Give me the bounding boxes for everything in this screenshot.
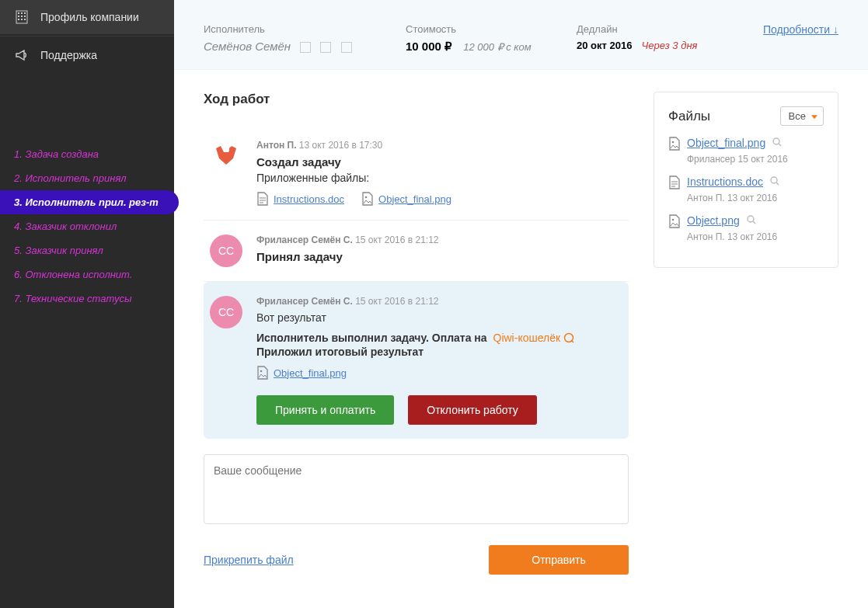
file-meta: Фрилансер 15 окт 2016 xyxy=(687,154,824,165)
feed-meta: Фрилансер Семён С. 15 окт 2016 в 21:12 xyxy=(256,235,615,245)
attachment[interactable]: Object_final.png xyxy=(361,192,451,206)
svg-rect-6 xyxy=(24,16,26,17)
task-header: Исполнитель Семёнов Семён Стоимость 10 0… xyxy=(174,0,868,70)
svg-point-16 xyxy=(771,177,777,183)
nav-company-profile[interactable]: Профиль компании xyxy=(0,0,174,34)
attachment[interactable]: Instructions.doc xyxy=(256,192,344,206)
message-input[interactable] xyxy=(204,454,629,524)
attach-link[interactable]: Object_final.png xyxy=(274,367,347,379)
megaphone-icon xyxy=(14,47,30,63)
svg-rect-2 xyxy=(21,12,23,14)
svg-point-17 xyxy=(672,219,675,221)
feed-title: Создал задачу xyxy=(256,155,615,169)
contact-icon-1[interactable] xyxy=(300,42,311,53)
image-file-icon xyxy=(361,192,374,206)
feed-meta: Антон П. 13 окт 2016 в 17:30 xyxy=(256,140,615,151)
qiwi-label: Qiwi-кошелёк xyxy=(493,332,574,344)
svg-rect-9 xyxy=(24,19,26,20)
nav-label: Профиль компании xyxy=(40,11,139,23)
step-4[interactable]: 4. Заказчик отклонил xyxy=(0,214,174,238)
feed-subtitle: Приложенные файлы: xyxy=(256,172,615,184)
contact-icon-2[interactable] xyxy=(320,42,331,53)
step-6[interactable]: 6. Отклонена исполнит. xyxy=(0,262,174,287)
feed-item-highlight: СС Фрилансер Семён С. 15 окт 2016 в 21:1… xyxy=(204,282,629,439)
svg-point-15 xyxy=(773,138,779,144)
file-meta: Антон П. 13 окт 2016 xyxy=(687,193,824,203)
details-link[interactable]: Подробности ↓ xyxy=(763,23,838,36)
doc-file-icon xyxy=(668,175,681,189)
attachment[interactable]: Object_final.png xyxy=(256,366,347,380)
composer: Прикрепить файл Отправить xyxy=(204,454,629,575)
file-link[interactable]: Object_final.png xyxy=(687,137,765,149)
svg-point-10 xyxy=(229,147,234,151)
attach-link[interactable]: Instructions.doc xyxy=(274,193,344,205)
sidebar: Профиль компании Поддержка 1. Задача соз… xyxy=(0,0,174,608)
deadline-label: Дедлайн xyxy=(577,23,698,35)
svg-point-13 xyxy=(260,370,263,373)
main: Исполнитель Семёнов Семён Стоимость 10 0… xyxy=(174,0,868,608)
feed-item: Антон П. 13 окт 2016 в 17:30 Создал зада… xyxy=(204,126,629,221)
file-link[interactable]: Object.png xyxy=(687,214,740,227)
reject-button[interactable]: Отклонить работу xyxy=(408,395,536,425)
step-7[interactable]: 7. Технические статусы xyxy=(0,287,174,311)
building-icon xyxy=(14,9,30,25)
magnifier-icon[interactable] xyxy=(769,175,780,186)
cost-value: 10 000 ₽ 12 000 ₽ с ком xyxy=(406,40,577,54)
step-5[interactable]: 5. Заказчик принял xyxy=(0,238,174,262)
file-block: Object.png Антон П. 13 окт 2016 xyxy=(668,214,824,242)
files-aside: Файлы Все Object_final.png xyxy=(654,92,838,608)
accept-button[interactable]: Принять и оплатить xyxy=(256,395,394,425)
avatar-fox xyxy=(210,140,242,172)
image-file-icon xyxy=(668,137,681,151)
file-link[interactable]: Instructions.doc xyxy=(687,175,763,188)
attach-link[interactable]: Object_final.png xyxy=(378,193,451,205)
image-file-icon xyxy=(256,366,269,380)
svg-rect-5 xyxy=(21,16,23,17)
nav-label: Поддержка xyxy=(40,49,97,61)
payment-line: Исполнитель выполнил задачу. Оплата на Q… xyxy=(256,332,615,344)
image-file-icon xyxy=(668,214,681,228)
steps-list: 1. Задача создана 2. Исполнитель принял … xyxy=(0,142,174,311)
files-filter-select[interactable]: Все xyxy=(780,106,824,126)
attach-file-link[interactable]: Прикрепить файл xyxy=(204,554,294,566)
svg-rect-1 xyxy=(18,12,19,14)
feed-text: Вот результат xyxy=(256,311,615,324)
svg-point-14 xyxy=(672,141,675,144)
aside-title: Файлы xyxy=(668,109,710,124)
svg-rect-7 xyxy=(18,19,19,20)
executor-label: Исполнитель xyxy=(204,23,406,35)
doc-file-icon xyxy=(256,192,269,206)
send-button[interactable]: Отправить xyxy=(489,545,629,575)
nav-support[interactable]: Поддержка xyxy=(0,38,174,72)
feed-column: Ход работ Антон П. 13 окт 2016 в 17:30 С… xyxy=(204,92,629,608)
avatar-initials: СС xyxy=(210,235,242,267)
feed-meta: Фрилансер Семён С. 15 окт 2016 в 21:12 xyxy=(256,296,615,307)
file-meta: Антон П. 13 окт 2016 xyxy=(687,231,824,242)
step-1[interactable]: 1. Задача создана xyxy=(0,142,174,166)
section-title: Ход работ xyxy=(204,92,629,107)
avatar-initials: СС xyxy=(210,296,242,328)
step-3[interactable]: 3. Исполнитель прил. рез-т xyxy=(0,190,179,214)
file-block: Object_final.png Фрилансер 15 окт 2016 xyxy=(668,137,824,165)
svg-rect-3 xyxy=(24,12,26,14)
svg-rect-4 xyxy=(18,16,19,17)
svg-rect-8 xyxy=(21,19,23,20)
svg-point-18 xyxy=(748,216,754,222)
feed-title: Принял задачу xyxy=(256,250,615,263)
header-cost: Стоимость 10 000 ₽ 12 000 ₽ с ком xyxy=(406,23,577,54)
header-deadline: Дедлайн 20 окт 2016 Через 3 дня xyxy=(577,23,698,51)
contact-icon-3[interactable] xyxy=(341,42,352,53)
step-2[interactable]: 2. Исполнитель принял xyxy=(0,166,174,190)
deadline-value: 20 окт 2016 Через 3 дня xyxy=(577,40,698,51)
svg-point-11 xyxy=(365,196,368,199)
magnifier-icon[interactable] xyxy=(772,137,783,148)
header-executor: Исполнитель Семёнов Семён xyxy=(204,23,406,53)
file-block: Instructions.doc Антон П. 13 окт 2016 xyxy=(668,175,824,203)
result-line: Приложил итоговый результат xyxy=(256,346,615,358)
executor-value: Семёнов Семён xyxy=(204,40,406,53)
feed-item: СС Фрилансер Семён С. 15 окт 2016 в 21:1… xyxy=(204,221,629,282)
magnifier-icon[interactable] xyxy=(746,214,757,225)
cost-label: Стоимость xyxy=(406,23,577,35)
